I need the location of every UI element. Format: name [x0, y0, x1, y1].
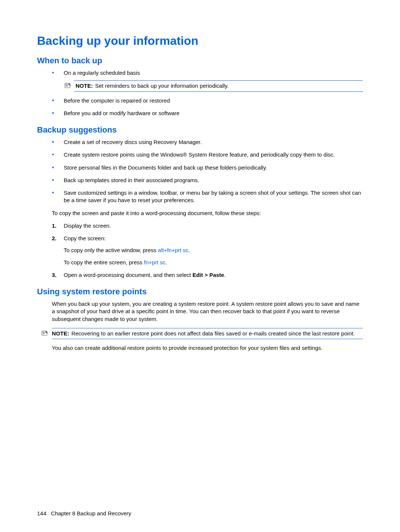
- note-text: Recovering to an earlier restore point d…: [71, 330, 355, 337]
- list-item: Store personal files in the Documents fo…: [52, 164, 363, 171]
- list-item: Before you add or modify hardware or sof…: [52, 110, 363, 117]
- step-item: 2. Copy the screen: To copy only the act…: [52, 235, 363, 266]
- step-item: 1. Display the screen.: [52, 222, 363, 230]
- note-label: NOTE:: [76, 83, 93, 89]
- hotkey-text: fn+prt sc: [144, 259, 166, 265]
- chapter-label: Chapter 8 Backup and Recovery: [51, 510, 131, 516]
- list-item: Create system restore points using the W…: [52, 151, 363, 158]
- period: .: [166, 259, 167, 265]
- section-heading-when: When to back up: [37, 56, 363, 66]
- section-heading-restore: Using system restore points: [37, 287, 363, 297]
- list-item: Before the computer is repaired or resto…: [52, 97, 363, 104]
- period: .: [189, 247, 190, 253]
- restore-content: When you back up your system, you are cr…: [52, 300, 363, 352]
- section-heading-suggestions: Backup suggestions: [37, 125, 363, 135]
- note-label: NOTE:: [52, 330, 69, 337]
- bullet-text: On a regularly scheduled basis: [64, 70, 140, 76]
- paragraph: When you back up your system, you are cr…: [52, 300, 363, 323]
- list-item: Save customized settings in a window, to…: [52, 189, 363, 204]
- hotkey-text: alt+fn+prt sc: [158, 247, 189, 253]
- step-item: 3. Open a word-processing document, and …: [52, 271, 363, 279]
- page-footer: 144 Chapter 8 Backup and Recovery: [37, 510, 131, 516]
- list-item: Create a set of recovery discs using Rec…: [52, 138, 363, 146]
- step-number: 2.: [52, 235, 57, 242]
- suggestions-content: Create a set of recovery discs using Rec…: [52, 138, 363, 279]
- paragraph: You also can create additional restore p…: [52, 344, 363, 352]
- page-title: Backing up your information: [37, 34, 363, 48]
- paragraph: To copy the screen and paste it into a w…: [52, 210, 363, 217]
- step-number: 3.: [52, 271, 57, 279]
- period: .: [224, 272, 226, 278]
- note-icon: [64, 83, 72, 90]
- note-icon: [41, 330, 49, 337]
- step-number: 1.: [52, 222, 57, 230]
- step-text: Open a word-processing document, and the…: [64, 272, 193, 278]
- note-block: NOTE:Set reminders to back up your infor…: [74, 80, 363, 91]
- list-item: Back up templates stored in their associ…: [52, 177, 363, 184]
- list-item: On a regularly scheduled basis NOTE:Set …: [52, 69, 363, 92]
- note-text: Set reminders to back up your informatio…: [95, 83, 229, 89]
- step-subtext: To copy only the active window, press: [64, 247, 158, 253]
- step-text: Copy the screen:: [64, 235, 106, 241]
- when-content: On a regularly scheduled basis NOTE:Set …: [52, 69, 363, 117]
- step-text: Display the screen.: [64, 222, 111, 229]
- note-block: NOTE:Recovering to an earlier restore po…: [52, 328, 363, 339]
- menu-path: Edit > Paste: [193, 272, 224, 278]
- step-subtext: To copy the entire screen, press: [64, 259, 144, 265]
- page-number: 144: [37, 510, 46, 516]
- document-page: Backing up your information When to back…: [0, 0, 400, 532]
